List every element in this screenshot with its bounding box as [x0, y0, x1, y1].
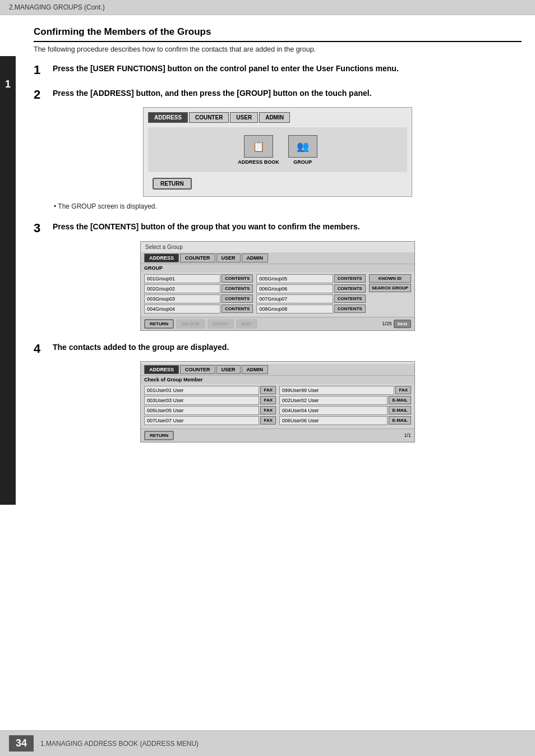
contents-btn-007[interactable]: CONTENTS: [334, 294, 366, 303]
screen3-return-button[interactable]: RETURN: [144, 431, 174, 440]
screen2-tab-counter[interactable]: COUNTER: [180, 253, 215, 262]
member-type-099user99: FAX: [395, 386, 411, 394]
screen3-tab-counter[interactable]: COUNTER: [180, 365, 215, 374]
step-2-number: 2: [34, 88, 49, 102]
step-4-number: 4: [34, 342, 49, 356]
known-id-button[interactable]: KNOWN ID: [369, 274, 411, 283]
header-bar: 2.MANAGING GROUPS (Cont.): [0, 0, 535, 15]
screen2-return-button[interactable]: RETURN: [144, 319, 174, 329]
group-row-001: 001Group01 CONTENTS: [144, 274, 253, 283]
member-name-003user03: 003User03 User: [144, 396, 259, 405]
step-3-number: 3: [34, 222, 49, 235]
screen1-tab-counter[interactable]: COUNTER: [189, 112, 229, 123]
screen2-groups-left: 001Group01 CONTENTS 002Group02 CONTENTS …: [144, 274, 253, 315]
group-name-006: 006Group06: [256, 284, 333, 293]
section-title: Confirming the Members of the Groups: [34, 26, 522, 42]
contents-btn-002[interactable]: CONTENTS: [222, 284, 253, 293]
step-4-header: 4 The contacts added to the group are di…: [34, 342, 522, 356]
member-type-001user01: FAX: [260, 386, 276, 394]
address-book-label: ADDRESS BOOK: [238, 159, 279, 165]
address-book-icon: 📋: [244, 135, 273, 158]
group-row-006: 006Group06 CONTENTS: [256, 284, 365, 293]
step-3-block: 3 Press the [CONTENTS] button of the gro…: [34, 222, 522, 330]
screen2-entry-button[interactable]: ENTRY: [207, 319, 234, 329]
bullet-text: The GROUP screen is displayed.: [58, 202, 157, 210]
contents-btn-001[interactable]: CONTENTS: [222, 274, 253, 283]
main-content: Confirming the Members of the Groups The…: [20, 15, 535, 465]
screen3-tab-address[interactable]: ADDRESS: [144, 365, 179, 374]
member-name-006user06: 006User06 User: [279, 416, 388, 425]
screen2-tab-admin[interactable]: ADMIN: [242, 253, 269, 262]
group-name-001: 001Group01: [144, 274, 220, 283]
screen1-body: 📋 ADDRESS BOOK 👥 GROUP: [148, 127, 407, 172]
member-type-007user07: FAX: [260, 416, 276, 425]
member-row-002user02: 002User02 User E-MAIL: [279, 396, 411, 405]
group-name-004: 004Group04: [144, 305, 220, 314]
member-row-099user99: 099User99 User FAX: [279, 386, 411, 395]
search-group-button[interactable]: SEARCH GROUP: [369, 284, 411, 292]
screen1-tab-user[interactable]: USER: [230, 112, 258, 123]
step-2-block: 2 Press the [ADDRESS] button, and then p…: [34, 88, 522, 210]
step-1-header: 1 Press the [USER FUNCTIONS] button on t…: [34, 63, 522, 77]
member-name-002user02: 002User02 User: [279, 396, 388, 405]
address-book-icon-btn[interactable]: 📋 ADDRESS BOOK: [238, 135, 279, 165]
group-row-004: 004Group04 CONTENTS: [144, 305, 253, 314]
screen2-tab-user[interactable]: USER: [216, 253, 241, 262]
member-type-004user04: E-MAIL: [389, 406, 411, 414]
member-row-007user07: 007User07 User FAX: [144, 416, 276, 425]
group-row-002: 002Group02 CONTENTS: [144, 284, 253, 293]
group-row-005: 005Group05 CONTENTS: [256, 274, 365, 283]
screen2-sidebar: KNOWN ID SEARCH GROUP: [369, 274, 411, 315]
step-2-header: 2 Press the [ADDRESS] button, and then p…: [34, 88, 522, 102]
group-name-002: 002Group02: [144, 284, 220, 293]
screen2-tab-address[interactable]: ADDRESS: [144, 253, 179, 262]
screen3-tabbar: ADDRESS COUNTER USER ADMIN: [141, 364, 414, 375]
group-label: GROUP: [293, 159, 312, 165]
screen2-group-label: GROUP: [141, 264, 414, 272]
contents-btn-003[interactable]: CONTENTS: [222, 294, 253, 303]
screen3-members-right: 099User99 User FAX 002User02 User E-MAIL…: [279, 386, 411, 426]
screen3-page-number: 1/1: [404, 432, 411, 438]
contents-btn-006[interactable]: CONTENTS: [334, 284, 366, 293]
member-row-005user05: 005User05 User FAX: [144, 406, 276, 415]
screen2-page-info: 1/25 Next: [382, 320, 411, 328]
screen2-groups-right: 005Group05 CONTENTS 006Group06 CONTENTS …: [256, 274, 365, 315]
header-text: 2.MANAGING GROUPS (Cont.): [9, 3, 105, 11]
screen3-title: Check of Group Member: [141, 375, 414, 384]
step-1-number: 1: [34, 63, 49, 77]
group-name-005: 005Group05: [256, 274, 333, 283]
screen3-tab-user[interactable]: USER: [216, 365, 241, 374]
member-name-001user01: 001User01 User: [144, 386, 259, 395]
screen2-title: Select a Group: [141, 242, 414, 252]
screen2-mockup: Select a Group ADDRESS COUNTER USER ADMI…: [140, 241, 415, 331]
screen2-tabbar: ADDRESS COUNTER USER ADMIN: [141, 252, 414, 264]
screen1-tab-address[interactable]: ADDRESS: [148, 112, 188, 123]
screen2-edit-button[interactable]: EDIT: [236, 319, 257, 329]
footer-page-number: 34: [9, 735, 34, 752]
step-3-header: 3 Press the [CONTENTS] button of the gro…: [34, 222, 522, 235]
screen1-tabbar: ADDRESS COUNTER USER ADMIN: [148, 112, 407, 123]
screen1-mockup: ADDRESS COUNTER USER ADMIN 📋 ADDRESS BOO…: [143, 107, 412, 197]
group-row-007: 007Group07 CONTENTS: [256, 294, 365, 303]
member-row-006user06: 006User06 User E-MAIL: [279, 416, 411, 425]
contents-btn-008[interactable]: CONTENTS: [334, 305, 366, 313]
screen1-return-button[interactable]: RETURN: [153, 178, 192, 190]
step-4-block: 4 The contacts added to the group are di…: [34, 342, 522, 442]
contents-btn-004[interactable]: CONTENTS: [222, 305, 253, 313]
member-type-003user03: FAX: [260, 396, 276, 404]
screen2-delete-button[interactable]: DELETE: [176, 319, 205, 329]
screen3-tab-admin[interactable]: ADMIN: [242, 365, 269, 374]
screen3-members-left: 001User01 User FAX 003User03 User FAX 00…: [144, 386, 276, 426]
screen2-footer: RETURN DELETE ENTRY EDIT 1/25 Next: [141, 317, 414, 330]
member-row-003user03: 003User03 User FAX: [144, 396, 276, 405]
screen1-tab-admin[interactable]: ADMIN: [259, 112, 290, 123]
group-icon-btn[interactable]: 👥 GROUP: [288, 135, 317, 165]
screen2-next-button[interactable]: Next: [394, 320, 411, 328]
group-row-003: 003Group03 CONTENTS: [144, 294, 253, 303]
member-type-005user05: FAX: [260, 406, 276, 414]
step-2-text: Press the [ADDRESS] button, and then pre…: [53, 88, 372, 99]
contents-btn-005[interactable]: CONTENTS: [334, 274, 366, 283]
member-type-002user02: E-MAIL: [389, 396, 411, 404]
step-1-text: Press the [USER FUNCTIONS] button on the…: [53, 63, 399, 75]
group-name-003: 003Group03: [144, 294, 220, 303]
